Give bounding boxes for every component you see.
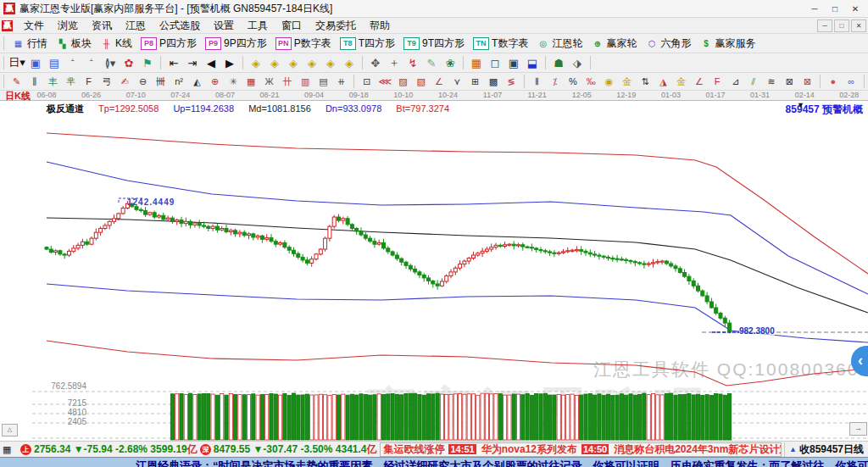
n-square-icon[interactable]: n²: [171, 74, 187, 89]
maximize-button[interactable]: □: [826, 3, 844, 15]
candle-style-dropdown[interactable]: ≬▾: [102, 55, 119, 70]
calculator-icon[interactable]: ◻: [487, 55, 504, 70]
overlay-icon[interactable]: ✿: [120, 55, 137, 70]
gold-section-icon[interactable]: 金: [619, 74, 635, 89]
transfer-icon[interactable]: ⬗: [569, 55, 586, 70]
toolbar-button-kline[interactable]: ╫K线: [96, 35, 136, 52]
news-ticker[interactable]: 集运欧线涨停14:51华为nova12系列发布14:50消息称台积电2024年3…: [380, 442, 782, 457]
rays-fan-icon[interactable]: ⋘: [377, 74, 393, 89]
grid-box-icon[interactable]: ⊞: [467, 74, 483, 89]
arc-tool-icon[interactable]: 弓: [98, 74, 114, 89]
tile-windows-icon[interactable]: ▣: [505, 55, 522, 70]
rect-select-icon[interactable]: ⊡: [359, 74, 375, 89]
ticker-headline[interactable]: 华为nova12系列发布: [481, 442, 577, 457]
star-cycle-icon[interactable]: ✳: [225, 74, 241, 89]
ticker-headline[interactable]: 集运欧线涨停: [383, 442, 444, 457]
matrix-icon[interactable]: ▦: [243, 74, 259, 89]
flower-indicator-icon[interactable]: ❀: [442, 55, 459, 70]
szse-index-quote[interactable]: 8479.55 ▼-307.47 -3.50% 4341.4亿: [214, 442, 377, 457]
grid-dense-icon[interactable]: 卌: [153, 74, 169, 89]
toolbar-button-9p-square[interactable]: P99P四方形: [201, 35, 271, 52]
first-bar-icon[interactable]: ⇤: [165, 55, 182, 70]
taiji-icon[interactable]: ●: [825, 74, 841, 89]
candlestick-canvas[interactable]: [0, 101, 868, 441]
toolbar-button-9t-square[interactable]: T99T四方形: [399, 35, 469, 52]
red-square-icon[interactable]: ▥: [297, 74, 313, 89]
price-grid-icon[interactable]: 芈: [63, 74, 79, 89]
gann-grid-icon[interactable]: 丰: [45, 74, 61, 89]
menu-item-browse[interactable]: 浏览: [51, 19, 85, 33]
zigzag-icon[interactable]: ≶: [504, 74, 520, 89]
updown-split-icon[interactable]: ⇅: [637, 74, 653, 89]
dense-grid-icon[interactable]: ▩: [485, 74, 501, 89]
brush-tool-icon[interactable]: ✍: [117, 74, 133, 89]
menu-item-help[interactable]: 帮助: [363, 19, 397, 33]
calendar-icon[interactable]: ▦: [468, 55, 485, 70]
last-bar-icon[interactable]: ⇥: [184, 55, 201, 70]
period-day-dropdown[interactable]: 日▾: [8, 55, 25, 70]
channel-tool-icon[interactable]: ⦀: [529, 74, 545, 89]
menu-item-tools[interactable]: 工具: [241, 19, 275, 33]
parallel-lines-icon[interactable]: ⫽: [745, 74, 761, 89]
child-minimize-button[interactable]: ─: [817, 19, 832, 32]
minimize-button[interactable]: ─: [805, 3, 824, 15]
toolbar-button-winner-wheel[interactable]: ⊕赢家轮: [587, 35, 641, 52]
shade-grid-icon[interactable]: ▨: [395, 74, 411, 89]
menu-item-window[interactable]: 窗口: [275, 19, 309, 33]
menu-item-news[interactable]: 资讯: [85, 19, 119, 33]
flag-icon[interactable]: ⚑: [139, 55, 156, 70]
child-close-button[interactable]: ✕: [851, 19, 866, 32]
ticker-headline[interactable]: 消息称台积电2024年3nm新芯片设计定案数量激增: [614, 442, 782, 457]
hand-tool-icon[interactable]: ✥: [367, 55, 384, 70]
bamboo-grid-icon[interactable]: 卄: [279, 74, 295, 89]
wedge-icon[interactable]: ⊿: [727, 74, 743, 89]
box-chart2-icon[interactable]: ⊠: [799, 74, 815, 89]
check-line-icon[interactable]: ⋎: [449, 74, 465, 89]
percent-icon[interactable]: %: [565, 74, 581, 89]
volume-bars-icon[interactable]: ꜙ: [64, 55, 81, 70]
fib-levels-icon[interactable]: F: [709, 74, 726, 89]
toolbar-button-t-number-table[interactable]: TNT数字表: [469, 35, 532, 52]
expand-all-icon[interactable]: ◈: [322, 55, 339, 70]
ellipse-time-icon[interactable]: ⊖: [135, 74, 151, 89]
zoom-in-icon[interactable]: ◈: [266, 55, 283, 70]
triangle-tool-icon[interactable]: ◭: [189, 74, 205, 89]
percent-band-icon[interactable]: ⁒: [547, 74, 563, 89]
save-icon[interactable]: ⬓: [524, 55, 541, 70]
pen-tool-icon[interactable]: ✎: [8, 74, 25, 89]
toolbar-button-quotes[interactable]: ▦行情: [8, 35, 52, 52]
quote-panel-icon[interactable]: ▤: [46, 55, 63, 70]
hatch-tool-icon[interactable]: ⫼: [26, 74, 42, 89]
box-chart-icon[interactable]: ⊠: [782, 74, 798, 89]
scroll-right-button[interactable]: →: [849, 422, 867, 436]
trendline-tool-icon[interactable]: ↯: [404, 55, 421, 70]
next-bar-icon[interactable]: ▶: [221, 55, 238, 70]
table-grid-icon[interactable]: ▤: [315, 74, 331, 89]
export-icon[interactable]: ☗: [550, 55, 567, 70]
keyboard-icon[interactable]: ▦: [3, 444, 15, 454]
toolbar-button-winner-service[interactable]: $赢家服务: [695, 35, 760, 52]
toolbar-button-p-number-table[interactable]: PNP数字表: [271, 35, 336, 52]
toolbar-button-t-square[interactable]: T8T四方形: [336, 35, 399, 52]
sse-index-quote[interactable]: 2756.34 ▼-75.94 -2.68% 3599.19亿: [34, 442, 198, 457]
shade-grid2-icon[interactable]: ▧: [413, 74, 429, 89]
expand-h-icon[interactable]: ◈: [285, 55, 302, 70]
toolbar-button-gann-wheel[interactable]: ◎江恩轮: [532, 35, 587, 52]
szse-index-icon[interactable]: 深: [200, 444, 211, 455]
toolbar-button-sectors[interactable]: ▚板块: [52, 35, 96, 52]
compress-all-icon[interactable]: ◈: [341, 55, 358, 70]
gold-level-icon[interactable]: 金: [673, 74, 689, 89]
menu-item-formula-stock-pick[interactable]: 公式选股: [153, 19, 207, 33]
collapse-panel-button[interactable]: △: [2, 424, 18, 436]
gold-circle-icon[interactable]: ◉: [601, 74, 617, 89]
infinity-icon[interactable]: ∞: [843, 74, 860, 89]
rail-icon[interactable]: ⧺: [333, 74, 349, 89]
menu-item-trade-entrust[interactable]: 交易委托: [309, 19, 363, 33]
crosshair-icon[interactable]: ＋: [386, 55, 403, 70]
toolbar-button-hexagon[interactable]: ⬡六角形: [641, 35, 695, 52]
menu-item-gann[interactable]: 江恩: [119, 19, 153, 33]
angle-line-icon[interactable]: ∠: [431, 74, 447, 89]
menu-item-file[interactable]: 文件: [17, 19, 51, 33]
prev-bar-icon[interactable]: ◀: [203, 55, 220, 70]
chart-window-icon[interactable]: ▣: [27, 55, 44, 70]
